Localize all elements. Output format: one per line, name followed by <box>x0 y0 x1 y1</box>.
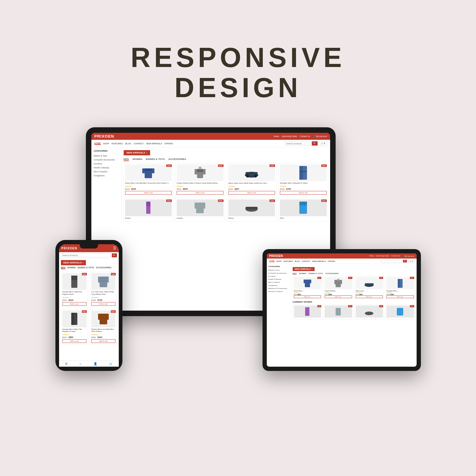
phone-add-to-cart-3[interactable]: Add to cart <box>62 339 86 343</box>
small-nav-home[interactable]: HOME <box>269 260 275 262</box>
sidebar-mens-fashion[interactable]: Men's Fashion <box>94 170 119 174</box>
small-add-to-cart-1[interactable]: Add to cart <box>294 295 321 298</box>
small-tab-men[interactable]: MEN <box>293 273 297 275</box>
small-nav-blog[interactable]: BLOG <box>295 260 300 262</box>
phone-cart-bottom-icon[interactable]: 🛒 <box>109 362 113 365</box>
small-sidebar-mens[interactable]: Men's Fashion <box>268 281 289 284</box>
topbar-news[interactable]: News <box>274 135 279 137</box>
small-nav-features[interactable]: FEATURES <box>284 260 293 262</box>
sidebar-computer-acc[interactable]: Computer Accessories <box>94 158 119 162</box>
phone-tab-babies[interactable]: BABIES & TOYS <box>78 266 94 269</box>
small-tab-babies[interactable]: BABIES & TOYS <box>309 273 323 275</box>
nav-home[interactable]: HOME <box>94 142 101 145</box>
nav-blog[interactable]: BLOG <box>125 143 131 145</box>
small-products-grid-2: Sale! Sale! Sale! <box>293 304 415 319</box>
small-product-img-1 <box>294 277 321 289</box>
sidebar-babies-toys[interactable]: Babies & Toys <box>94 154 119 158</box>
small-topbar-deals[interactable]: Upcoming Deals <box>376 255 389 257</box>
phone-add-to-cart-1[interactable]: Add to cart <box>62 302 86 306</box>
sale-badge-8: Sale! <box>321 199 327 202</box>
phone-account-icon[interactable]: 👤 <box>93 362 97 365</box>
svg-point-13 <box>254 175 257 178</box>
product-stars-4: ★★★★☆ <box>280 185 327 187</box>
search-button[interactable]: 🔍 <box>312 141 318 146</box>
tablet-nav: HOME SHOP FEATURES BLOG CONTACT NEW ARRI… <box>91 140 330 147</box>
phone-search-input[interactable] <box>61 253 111 257</box>
small-topbar-news[interactable]: News <box>369 255 374 257</box>
product-stars-2: ★★★★☆ <box>177 185 224 187</box>
small-offer-1: Sale! <box>293 304 323 319</box>
small-sidebar-comp-acc[interactable]: Computer Accessories <box>268 272 289 275</box>
small-nav-arrivals[interactable]: NEW ARRIVALS <box>312 260 326 262</box>
small-sidebar-babies[interactable]: Babies & Toys <box>268 269 289 272</box>
devices-container: PRIXOEN News Upcoming Deals Contact Us 👤… <box>55 127 421 371</box>
tab-men[interactable]: MEN <box>124 158 129 161</box>
phone-new-arrivals-btn[interactable]: NEW ARRIVALS › <box>61 260 86 265</box>
phone-product-img-4 <box>91 311 115 327</box>
sidebar-health-beauty[interactable]: Health & Beauty <box>94 166 119 170</box>
phone-tab-women[interactable]: WOMEN <box>67 266 76 269</box>
small-sidebar-furniture[interactable]: Furniture <box>268 275 289 278</box>
small-topbar-links: News Upcoming Deals Contact Us 👤 My Acco… <box>369 255 414 257</box>
add-to-cart-2[interactable]: Add to cart <box>177 191 224 195</box>
small-sidebar-sunglasses[interactable]: Sunglasses <box>268 284 289 287</box>
phone-product-img-1 <box>62 273 86 290</box>
phone-tabs: MEN WOMEN BABIES & TOYS ACCESSORIES <box>59 266 119 270</box>
nav-contact[interactable]: CONTACT <box>134 143 144 145</box>
search-input[interactable] <box>284 142 312 146</box>
product-card-5: Sale! Purple... <box>124 198 174 222</box>
small-topbar-account[interactable]: 👤 My Account <box>402 255 414 257</box>
phone-add-to-cart-4[interactable]: Add to cart <box>91 339 115 343</box>
product-name-7: Shoes... <box>228 217 275 220</box>
sidebar-sunglasses[interactable]: Sunglasses <box>94 174 119 178</box>
small-sidebar-title: CATEGORIES <box>268 266 289 267</box>
nav-shop[interactable]: SHOP <box>103 143 109 145</box>
small-add-to-cart-2[interactable]: Add to cart <box>325 295 352 298</box>
phone-nav-home-icon[interactable]: ⌂ <box>79 362 81 365</box>
small-nav-contact[interactable]: CONTACT <box>302 260 311 262</box>
product-stars-1: ★★★★☆ <box>125 185 172 187</box>
nav-features[interactable]: FEATURES <box>111 143 123 145</box>
add-to-cart-3[interactable]: Add to cart <box>228 191 275 195</box>
small-sidebar-health[interactable]: Health & Beauty <box>268 278 289 281</box>
phone-search-button[interactable]: 🔍 <box>112 253 117 257</box>
small-nav-offers[interactable]: OFFERS <box>328 260 335 262</box>
small-tab-women[interactable]: WOMEN <box>299 273 306 275</box>
small-sidebar-womens[interactable]: Women's Fashion <box>268 290 289 293</box>
phone-tab-accessories[interactable]: ACCESSORIES <box>96 266 111 269</box>
phone-tab-men[interactable]: MEN <box>61 266 66 269</box>
small-sidebar-watches[interactable]: Watches & Accessories <box>268 287 289 290</box>
phone-hamburger-icon[interactable]: ☰ <box>113 246 116 250</box>
small-add-to-cart-3[interactable]: Add to cart <box>356 295 383 298</box>
svg-rect-42 <box>334 280 336 284</box>
small-sidebar: CATEGORIES Babies & Toys Computer Access… <box>267 264 291 321</box>
small-cart-icon[interactable]: 🛒 0 <box>408 259 414 263</box>
add-to-cart-1[interactable]: Add to cart <box>125 191 172 195</box>
nav-new-arrivals[interactable]: NEW ARRIVALS <box>146 143 162 145</box>
topbar-account[interactable]: 👤 My Account <box>312 135 327 138</box>
phone-home-icon[interactable]: ☰ <box>65 362 68 365</box>
small-nav-shop[interactable]: SHOP <box>277 260 282 262</box>
sidebar-furniture[interactable]: Furniture <box>94 162 119 166</box>
small-search-input[interactable] <box>381 260 402 263</box>
topbar-deals[interactable]: Upcoming Deals <box>281 135 297 137</box>
phone-product-name-1: George Men's Solid Knit Pajama Pants <box>62 291 86 296</box>
cart-icon[interactable]: 🛒 0 <box>319 141 327 146</box>
product-img-3 <box>228 164 275 181</box>
svg-rect-49 <box>305 307 309 316</box>
topbar-contact[interactable]: Contact Us <box>300 135 310 137</box>
add-to-cart-4[interactable]: Add to cart <box>280 191 327 195</box>
nav-offers[interactable]: OFFERS <box>164 143 173 145</box>
tab-babies[interactable]: BABIES & TOYS <box>146 158 165 161</box>
small-new-arrivals-btn[interactable]: NEW ARRIVALS › <box>293 267 315 271</box>
tab-women[interactable]: WOMEN <box>132 158 142 161</box>
svg-point-51 <box>365 312 373 315</box>
tab-accessories[interactable]: ACCESSORIES <box>168 158 186 161</box>
phone-add-to-cart-2[interactable]: Add to cart <box>91 302 115 306</box>
small-search-btn[interactable]: 🔍 <box>403 260 407 263</box>
small-topbar-contact[interactable]: Contact Us <box>391 255 400 257</box>
small-add-to-cart-4[interactable]: Add to cart <box>386 295 414 298</box>
new-arrivals-btn[interactable]: NEW ARRIVALS › <box>124 150 150 155</box>
sidebar-title: CATEGORIES <box>94 150 119 152</box>
small-tab-accessories[interactable]: ACCESSORIES <box>325 273 339 275</box>
